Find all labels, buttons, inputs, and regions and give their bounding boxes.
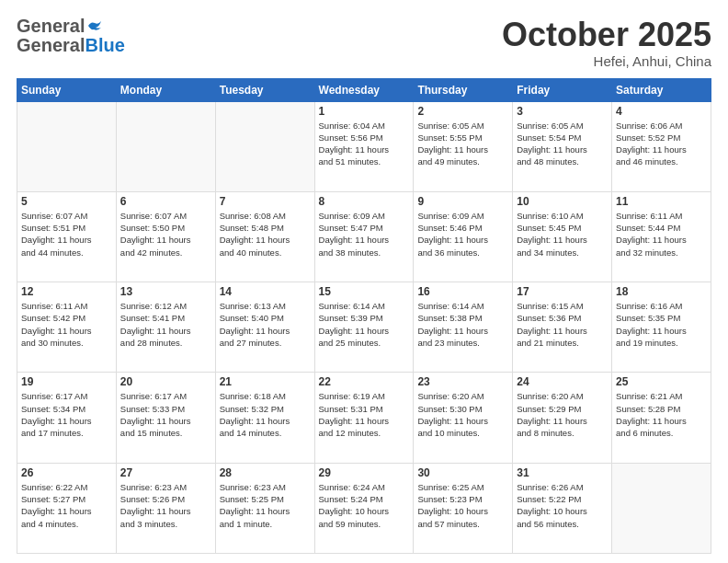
day-info: Sunrise: 6:11 AMSunset: 5:44 PMDaylight:… xyxy=(616,210,707,259)
weekday-header-row: SundayMondayTuesdayWednesdayThursdayFrid… xyxy=(17,78,711,101)
day-cell: 12Sunrise: 6:11 AMSunset: 5:42 PMDayligh… xyxy=(17,282,117,373)
day-cell: 20Sunrise: 6:17 AMSunset: 5:33 PMDayligh… xyxy=(116,373,215,463)
day-info: Sunrise: 6:22 AMSunset: 5:27 PMDaylight:… xyxy=(21,481,112,530)
weekday-header-saturday: Saturday xyxy=(612,78,711,101)
day-cell: 13Sunrise: 6:12 AMSunset: 5:41 PMDayligh… xyxy=(116,282,215,373)
day-info: Sunrise: 6:23 AMSunset: 5:25 PMDaylight:… xyxy=(220,481,311,530)
day-info: Sunrise: 6:20 AMSunset: 5:29 PMDaylight:… xyxy=(517,390,608,439)
day-info: Sunrise: 6:15 AMSunset: 5:36 PMDaylight:… xyxy=(517,300,608,349)
day-info: Sunrise: 6:07 AMSunset: 5:51 PMDaylight:… xyxy=(21,210,112,259)
day-info: Sunrise: 6:24 AMSunset: 5:24 PMDaylight:… xyxy=(319,481,410,530)
day-cell: 19Sunrise: 6:17 AMSunset: 5:34 PMDayligh… xyxy=(17,373,117,463)
day-number: 13 xyxy=(120,285,211,298)
day-number: 6 xyxy=(120,195,211,208)
day-info: Sunrise: 6:06 AMSunset: 5:52 PMDaylight:… xyxy=(616,120,707,168)
day-cell: 4Sunrise: 6:06 AMSunset: 5:52 PMDaylight… xyxy=(612,101,711,191)
day-info: Sunrise: 6:13 AMSunset: 5:40 PMDaylight:… xyxy=(220,300,311,349)
day-number: 18 xyxy=(616,285,707,298)
day-number: 24 xyxy=(517,375,608,388)
day-number: 16 xyxy=(417,285,508,298)
day-number: 15 xyxy=(319,285,410,298)
week-row-3: 12Sunrise: 6:11 AMSunset: 5:42 PMDayligh… xyxy=(17,282,711,373)
day-cell xyxy=(17,101,117,191)
day-cell: 25Sunrise: 6:21 AMSunset: 5:28 PMDayligh… xyxy=(612,373,711,463)
day-number: 23 xyxy=(417,375,508,388)
weekday-header-wednesday: Wednesday xyxy=(314,78,414,101)
day-cell: 16Sunrise: 6:14 AMSunset: 5:38 PMDayligh… xyxy=(414,282,513,373)
header: General General Blue October 2025 Hefei,… xyxy=(17,17,711,69)
logo: General General Blue xyxy=(17,17,125,56)
day-cell: 1Sunrise: 6:04 AMSunset: 5:56 PMDaylight… xyxy=(314,101,414,191)
day-number: 2 xyxy=(417,105,508,118)
week-row-4: 19Sunrise: 6:17 AMSunset: 5:34 PMDayligh… xyxy=(17,373,711,463)
day-cell: 15Sunrise: 6:14 AMSunset: 5:39 PMDayligh… xyxy=(314,282,414,373)
day-info: Sunrise: 6:07 AMSunset: 5:50 PMDaylight:… xyxy=(120,210,211,259)
day-info: Sunrise: 6:25 AMSunset: 5:23 PMDaylight:… xyxy=(417,481,508,530)
title-block: October 2025 Hefei, Anhui, China xyxy=(502,17,711,69)
day-number: 3 xyxy=(517,105,608,118)
page: General General Blue October 2025 Hefei,… xyxy=(0,0,728,563)
weekday-header-friday: Friday xyxy=(513,78,612,101)
day-cell: 10Sunrise: 6:10 AMSunset: 5:45 PMDayligh… xyxy=(513,191,612,282)
day-number: 11 xyxy=(616,195,707,208)
day-info: Sunrise: 6:11 AMSunset: 5:42 PMDaylight:… xyxy=(21,300,112,349)
weekday-header-monday: Monday xyxy=(116,78,215,101)
day-info: Sunrise: 6:08 AMSunset: 5:48 PMDaylight:… xyxy=(220,210,311,259)
day-number: 21 xyxy=(220,375,311,388)
week-row-2: 5Sunrise: 6:07 AMSunset: 5:51 PMDaylight… xyxy=(17,191,711,282)
day-cell: 29Sunrise: 6:24 AMSunset: 5:24 PMDayligh… xyxy=(314,463,414,553)
day-number: 29 xyxy=(319,466,410,479)
week-row-5: 26Sunrise: 6:22 AMSunset: 5:27 PMDayligh… xyxy=(17,463,711,553)
day-info: Sunrise: 6:17 AMSunset: 5:34 PMDaylight:… xyxy=(21,390,112,439)
day-cell: 17Sunrise: 6:15 AMSunset: 5:36 PMDayligh… xyxy=(513,282,612,373)
day-info: Sunrise: 6:09 AMSunset: 5:47 PMDaylight:… xyxy=(319,210,410,259)
day-cell: 30Sunrise: 6:25 AMSunset: 5:23 PMDayligh… xyxy=(414,463,513,553)
day-number: 9 xyxy=(417,195,508,208)
day-number: 14 xyxy=(220,285,311,298)
day-cell: 9Sunrise: 6:09 AMSunset: 5:46 PMDaylight… xyxy=(414,191,513,282)
logo-general: General xyxy=(17,17,85,35)
day-info: Sunrise: 6:05 AMSunset: 5:54 PMDaylight:… xyxy=(517,120,608,168)
day-cell: 27Sunrise: 6:23 AMSunset: 5:26 PMDayligh… xyxy=(116,463,215,553)
day-number: 30 xyxy=(417,466,508,479)
day-info: Sunrise: 6:12 AMSunset: 5:41 PMDaylight:… xyxy=(120,300,211,349)
day-number: 17 xyxy=(517,285,608,298)
day-number: 7 xyxy=(220,195,311,208)
day-number: 10 xyxy=(517,195,608,208)
day-info: Sunrise: 6:09 AMSunset: 5:46 PMDaylight:… xyxy=(417,210,508,259)
weekday-header-tuesday: Tuesday xyxy=(215,78,314,101)
day-number: 12 xyxy=(21,285,112,298)
day-info: Sunrise: 6:14 AMSunset: 5:39 PMDaylight:… xyxy=(319,300,410,349)
day-cell: 6Sunrise: 6:07 AMSunset: 5:50 PMDaylight… xyxy=(116,191,215,282)
weekday-header-sunday: Sunday xyxy=(17,78,117,101)
logo-blue-text: Blue xyxy=(85,35,124,56)
day-cell xyxy=(116,101,215,191)
day-number: 28 xyxy=(220,466,311,479)
day-cell: 5Sunrise: 6:07 AMSunset: 5:51 PMDaylight… xyxy=(17,191,117,282)
day-info: Sunrise: 6:10 AMSunset: 5:45 PMDaylight:… xyxy=(517,210,608,259)
day-number: 5 xyxy=(21,195,112,208)
location: Hefei, Anhui, China xyxy=(502,53,711,69)
day-number: 8 xyxy=(319,195,410,208)
day-cell: 31Sunrise: 6:26 AMSunset: 5:22 PMDayligh… xyxy=(513,463,612,553)
day-number: 4 xyxy=(616,105,707,118)
day-info: Sunrise: 6:04 AMSunset: 5:56 PMDaylight:… xyxy=(319,120,410,168)
day-info: Sunrise: 6:23 AMSunset: 5:26 PMDaylight:… xyxy=(120,481,211,530)
month-title: October 2025 xyxy=(502,17,711,53)
logo-text: General xyxy=(17,17,103,35)
day-cell: 3Sunrise: 6:05 AMSunset: 5:54 PMDaylight… xyxy=(513,101,612,191)
day-cell: 14Sunrise: 6:13 AMSunset: 5:40 PMDayligh… xyxy=(215,282,314,373)
day-info: Sunrise: 6:20 AMSunset: 5:30 PMDaylight:… xyxy=(417,390,508,439)
day-info: Sunrise: 6:14 AMSunset: 5:38 PMDaylight:… xyxy=(417,300,508,349)
day-info: Sunrise: 6:26 AMSunset: 5:22 PMDaylight:… xyxy=(517,481,608,530)
day-cell: 8Sunrise: 6:09 AMSunset: 5:47 PMDaylight… xyxy=(314,191,414,282)
day-number: 26 xyxy=(21,466,112,479)
day-info: Sunrise: 6:05 AMSunset: 5:55 PMDaylight:… xyxy=(417,120,508,168)
day-cell: 2Sunrise: 6:05 AMSunset: 5:55 PMDaylight… xyxy=(414,101,513,191)
day-info: Sunrise: 6:17 AMSunset: 5:33 PMDaylight:… xyxy=(120,390,211,439)
day-number: 19 xyxy=(21,375,112,388)
day-number: 20 xyxy=(120,375,211,388)
day-cell: 18Sunrise: 6:16 AMSunset: 5:35 PMDayligh… xyxy=(612,282,711,373)
day-number: 27 xyxy=(120,466,211,479)
day-number: 25 xyxy=(616,375,707,388)
